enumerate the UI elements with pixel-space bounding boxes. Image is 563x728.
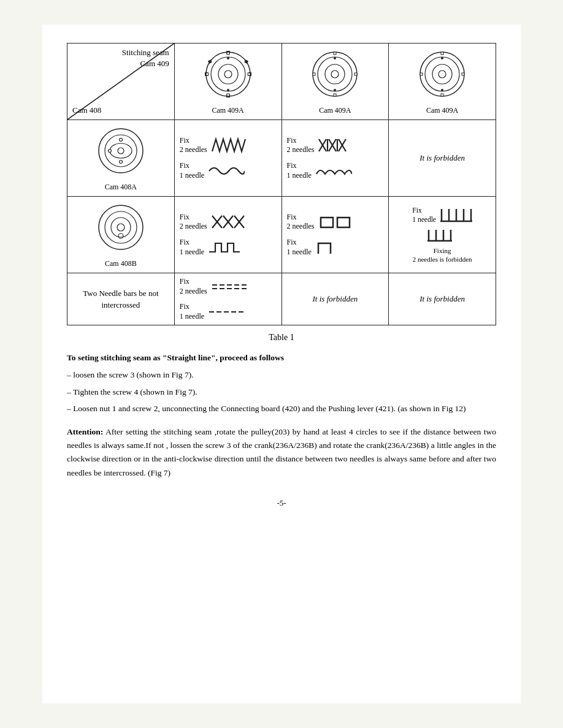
svg-rect-31 [441,52,443,55]
svg-point-37 [99,129,143,173]
row3-col3-cell: Fix2 needles Fix1 needle [282,196,389,273]
instructions-step3: – Loosen nut 1 and screw 2, unconnecting… [67,402,496,415]
row4-col3-cell: It is forbidden [282,273,389,325]
row3-col4-cell: Fix1 needle [389,196,496,273]
instructions-step2: – Tighten the screw 4 (shown in Fig 7). [67,385,496,399]
dashed-double-icon [211,281,248,293]
svg-point-41 [119,138,122,141]
svg-rect-33 [420,73,423,75]
svg-rect-14 [248,73,250,75]
svg-point-40 [118,148,124,154]
cam409a-icon-2 [310,50,359,99]
svg-rect-63 [321,218,333,227]
svg-point-20 [331,70,339,78]
header-stitching-seam: Stitching seam Cam 409 [122,47,169,69]
forbidden-text-4: It is forbidden [419,294,465,303]
zigzag-crossed-icon [318,136,354,154]
cam408a-label: Cam 408A [72,182,169,192]
svg-point-56 [118,233,123,238]
svg-rect-23 [313,73,315,75]
svg-point-52 [99,205,143,249]
forbidden-text-1: It is forbidden [419,153,465,162]
svg-rect-12 [227,94,229,96]
svg-point-19 [325,64,345,84]
row3-col3-fix2needles-label: Fix2 needles [287,213,315,232]
svg-point-43 [108,149,111,152]
row2-col3-fix1needle-label: Fix1 needle [287,161,312,180]
row4-col2-fix1needle-label: Fix1 needle [180,302,204,321]
comb-icon [439,206,472,224]
svg-point-2 [211,57,245,91]
cam409a-icon-3 [418,50,467,99]
svg-point-18 [318,57,352,91]
svg-point-15 [227,57,229,59]
svg-rect-22 [334,94,336,96]
row3-col3-fix1needle-label: Fix1 needle [287,238,312,257]
svg-point-3 [218,64,238,84]
two-needle-label: Two Needle bars be not intercrossed [72,287,169,311]
svg-rect-64 [337,218,350,227]
comb-open-icon [426,227,459,244]
cam409a-label-1: Cam 409A [180,105,277,116]
svg-rect-24 [354,73,357,75]
zigzag-double-icon [211,136,248,154]
cam409a-label-3: Cam 409A [394,105,491,116]
step-wave-icon [208,238,245,257]
header-cam408: Cam 408 [72,105,101,116]
svg-point-28 [425,57,459,91]
svg-point-39 [110,143,132,158]
svg-point-4 [224,70,232,78]
instructions-heading: To seting stitching seam as "Straight li… [67,351,496,365]
row2-col3-cell: Fix2 needles Fix1 needle [282,119,389,196]
svg-point-36 [441,89,443,91]
svg-point-16 [227,89,229,91]
cam408b-icon [93,203,148,252]
row3-col2-fix1needle-label: Fix1 needle [180,238,204,257]
row3-col2-fix2needles-label: Fix2 needles [180,213,207,232]
svg-point-30 [439,70,446,78]
svg-point-35 [441,57,443,59]
row3-col4-fix1needle-label: Fix1 needle [412,206,436,224]
row2-col2-cell: Fix2 needles Fix1 needle [174,119,282,196]
forbidden-text-3: It is forbidden [313,294,358,303]
row2-col4-cell: It is forbidden [389,119,496,196]
rect-single-icon [315,238,352,257]
xxx-icon [211,213,248,231]
cam408a-icon [93,126,148,175]
cam409a-icon-1 [204,50,253,99]
header-col4: Cam 409A [389,44,496,120]
attention-block: Attention: After setting the stitching s… [67,425,496,480]
row4-col2-fix2needles-label: Fix2 needles [180,277,207,296]
wave-single-icon [208,162,245,180]
svg-point-54 [111,218,131,237]
cam409a-label-2: Cam 409A [287,105,384,116]
svg-rect-34 [462,73,464,75]
row3-col2-cell: Fix2 needles Fix1 needle [174,196,282,273]
page: Stitching seam Cam 409 Cam 408 [42,25,521,703]
row3-col4-fixing-label: Fixing2 needles is forbidden [413,246,472,264]
dashed-single-icon [208,306,245,318]
svg-rect-32 [441,94,443,96]
main-table: Stitching seam Cam 409 Cam 408 [67,43,496,325]
svg-rect-21 [334,52,336,55]
cam408a-cell: Cam 408A [67,119,175,196]
table-caption: Table 1 [67,333,496,343]
page-number: -5- [67,498,496,508]
svg-rect-13 [206,73,209,75]
cam408b-label: Cam 408B [72,259,169,269]
two-needle-cell: Two Needle bars be not intercrossed [67,273,175,325]
rect-double-icon [318,213,354,231]
cam408b-cell: Cam 408B [67,196,175,273]
instructions-block: To seting stitching seam as "Straight li… [67,351,496,415]
row2-col2-fix2needles-label: Fix2 needles [180,136,207,155]
instructions-step1: – loosen the screw 3 (shown in Fig 7). [67,368,496,382]
row2-col2-fix1needle-label: Fix1 needle [180,161,204,180]
svg-point-55 [117,224,124,231]
row4-col2-cell: Fix2 needles Fix1 needle [174,273,282,325]
svg-rect-11 [227,52,229,55]
header-col2: Cam 409A [174,44,282,120]
row2-col3-fix2needles-label: Fix2 needles [287,136,315,155]
svg-point-26 [334,89,336,91]
wave-double-icon [315,162,352,180]
svg-point-29 [432,64,452,84]
